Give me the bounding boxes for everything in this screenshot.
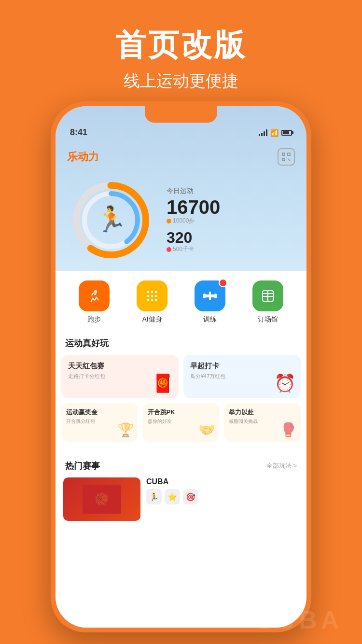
svg-rect-10 [151, 291, 153, 293]
app-logo: 乐动力 [67, 150, 99, 164]
cuba-watermark: CUBA [255, 605, 343, 634]
ai-fitness-icon-bg [137, 280, 167, 311]
badge-icon-1: 🏃 [146, 489, 162, 504]
fun-activities: 天天红包赛 走路打卡分红包 🧧 早起打卡 瓜分¥47万红包 ⏰ [56, 355, 306, 448]
book-court-label: 订场馆 [258, 315, 278, 324]
cuba-event-image[interactable]: 🏀 [63, 477, 140, 521]
action-running[interactable]: 跑步 [79, 280, 110, 324]
status-time: 8:41 [70, 127, 87, 138]
bar2 [261, 133, 263, 136]
header-title: 首页改版 [0, 24, 362, 66]
signal-icon [259, 129, 267, 136]
cuba-event-title: CUBA [146, 477, 299, 486]
svg-line-3 [288, 159, 290, 161]
nav-bar: 乐动力 [56, 141, 306, 169]
cuba-event-inner: 🏀 [63, 477, 140, 521]
fun-card-pk[interactable]: 开合跳PK @你的好友 🤝 [143, 403, 220, 442]
training-icon-bg [195, 280, 225, 311]
calories-count: 320 [167, 230, 297, 245]
hot-section-more[interactable]: 全部玩法 > [266, 462, 297, 470]
phone-outer: 8:41 📶 [51, 101, 311, 632]
fun-card-red-title: 天天红包赛 [68, 362, 172, 371]
bar3 [264, 131, 265, 136]
svg-rect-12 [147, 295, 149, 297]
status-icons: 📶 [259, 129, 292, 137]
action-training[interactable]: 训练 [195, 280, 225, 324]
svg-rect-0 [282, 153, 285, 155]
fun-card-boxing[interactable]: 拳力以赴 减脂闯关挑战 🥊 [224, 403, 301, 442]
svg-rect-19 [203, 294, 206, 298]
header-area: 首页改版 线上运动更便捷 [0, 0, 362, 107]
steps-dot [167, 219, 171, 224]
svg-rect-2 [282, 158, 285, 161]
svg-rect-11 [155, 291, 157, 293]
scan-icon [282, 153, 291, 161]
book-court-icon [261, 289, 275, 303]
fun-card-boxing-title: 拳力以赴 [229, 408, 296, 417]
bar1 [259, 134, 260, 136]
fun-card-early-icon: ⏰ [274, 373, 296, 393]
hot-section: 热门赛事 全部玩法 > 🏀 [56, 451, 306, 529]
fun-card-prize-icon: 🏆 [117, 422, 134, 438]
today-label: 今日运动 [167, 187, 297, 196]
svg-rect-17 [155, 299, 157, 301]
hero-section: 🏃 今日运动 16700 10000步 320 [56, 169, 306, 266]
action-book-court[interactable]: 订场馆 [252, 280, 283, 324]
calories-dot [167, 247, 171, 252]
steps-count: 16700 [167, 197, 297, 217]
ai-fitness-icon [145, 289, 159, 303]
steps-goal: 10000步 [167, 217, 297, 225]
hot-content: 🏀 CUBA 🏃 ⭐ 🎯 [56, 477, 306, 529]
stats-area: 今日运动 16700 10000步 320 500千卡 [157, 187, 297, 253]
app-content: 8:41 📶 [56, 106, 306, 628]
phone-inner: 8:41 📶 [56, 106, 306, 628]
svg-rect-20 [214, 294, 217, 298]
cuba-event-info: CUBA 🏃 ⭐ 🎯 [146, 477, 299, 521]
quick-actions: 跑步 [56, 271, 306, 329]
fun-card-early-checkin[interactable]: 早起打卡 瓜分¥47万红包 ⏰ [183, 355, 301, 398]
svg-rect-16 [151, 299, 153, 301]
fun-card-pk-title: 开合跳PK [148, 408, 215, 417]
ai-fitness-label: AI健身 [142, 315, 162, 324]
ring-chart: 🏃 [65, 174, 157, 266]
wifi-icon: 📶 [270, 129, 278, 137]
training-icon [203, 289, 217, 303]
svg-rect-14 [155, 295, 157, 297]
fun-card-prize-title: 运动赢奖金 [66, 408, 133, 417]
bar4 [266, 129, 267, 136]
scan-button[interactable] [278, 148, 295, 166]
running-icon [87, 289, 101, 303]
fun-card-red-icon: 🧧 [152, 373, 174, 393]
fun-card-boxing-icon: 🥊 [280, 422, 297, 438]
phone-mockup: 8:41 📶 [51, 101, 311, 632]
notch [145, 106, 217, 123]
running-icon-bg [79, 280, 110, 311]
fun-section-title: 运动真好玩 [65, 337, 109, 349]
training-badge [219, 279, 227, 287]
running-label: 跑步 [87, 315, 101, 324]
hot-section-title: 热门赛事 [65, 460, 100, 472]
fun-card-red-envelope[interactable]: 天天红包赛 走路打卡分红包 🧧 [61, 355, 179, 398]
book-court-icon-bg [252, 280, 283, 311]
fun-row-top: 天天红包赛 走路打卡分红包 🧧 早起打卡 瓜分¥47万红包 ⏰ [61, 355, 301, 398]
fun-row-bottom: 运动赢奖金 开合跳分红包 🏆 开合跳PK @你的好友 🤝 [61, 403, 301, 442]
running-figure: 🏃 [96, 205, 127, 234]
battery-fill [283, 131, 289, 134]
cuba-event-badges: 🏃 ⭐ 🎯 [146, 489, 299, 504]
fun-card-prize[interactable]: 运动赢奖金 开合跳分红包 🏆 [61, 403, 138, 442]
hot-section-header: 热门赛事 全部玩法 > [56, 451, 306, 477]
fun-card-early-title: 早起打卡 [190, 362, 294, 371]
calories-goal: 500千卡 [167, 245, 297, 253]
svg-text:🏀: 🏀 [95, 492, 109, 506]
fun-card-pk-icon: 🤝 [198, 422, 215, 438]
action-ai-fitness[interactable]: AI健身 [137, 280, 167, 324]
badge-icon-3: 🎯 [183, 489, 198, 504]
header-subtitle: 线上运动更便捷 [0, 70, 362, 92]
svg-rect-9 [147, 291, 149, 293]
training-label: 训练 [203, 315, 217, 324]
svg-rect-1 [288, 153, 290, 155]
badge-icon-2: ⭐ [165, 489, 180, 504]
cuba-event-graphic: 🏀 [83, 485, 121, 514]
svg-rect-21 [209, 292, 211, 300]
battery-icon [281, 130, 292, 136]
